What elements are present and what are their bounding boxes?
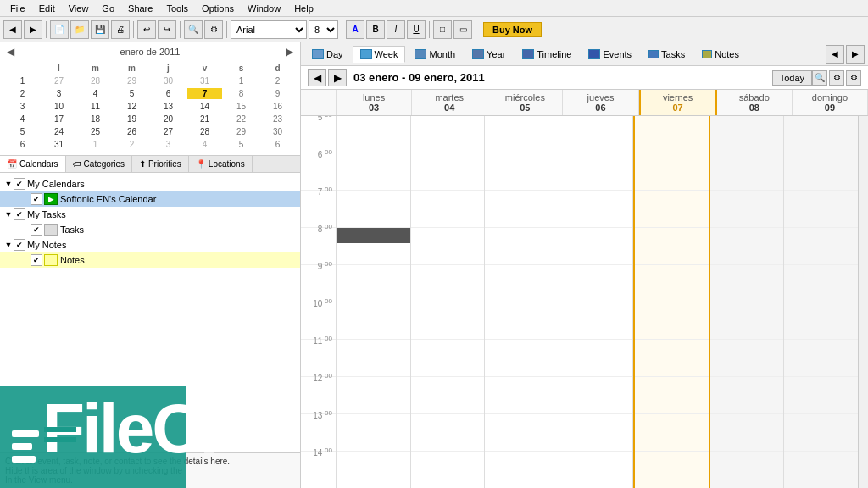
cal-day[interactable]: 4 xyxy=(78,88,113,99)
cell-dom-10[interactable] xyxy=(784,302,858,340)
cal-day[interactable]: 27 xyxy=(151,126,186,137)
tab-priorities[interactable]: ⬆ Priorities xyxy=(132,156,189,172)
buy-now-button[interactable]: Buy Now xyxy=(483,22,542,37)
cell-sab-5[interactable] xyxy=(710,116,784,153)
cell-lunes-9[interactable] xyxy=(337,265,410,302)
cal-day[interactable]: 30 xyxy=(260,126,295,137)
cell-mie-5[interactable] xyxy=(485,116,559,153)
cell-mie-11[interactable] xyxy=(485,340,559,377)
cal-day[interactable]: 9 xyxy=(260,88,295,99)
menu-tools[interactable]: Tools xyxy=(159,2,195,15)
toolbar-btn-2[interactable]: ▶ xyxy=(24,20,42,39)
day-col-lunes[interactable] xyxy=(337,116,411,488)
calendar-scroll-area[interactable]: 5 00 6 00 7 00 8 00 9 00 10 00 11 00 12 … xyxy=(301,116,858,488)
cell-dom-6[interactable] xyxy=(784,153,858,191)
toolbar-btn-undo[interactable]: ↩ xyxy=(137,20,156,39)
menu-file[interactable]: File xyxy=(3,2,32,15)
cal-day[interactable]: 28 xyxy=(78,75,113,86)
view-tab-month[interactable]: Month xyxy=(407,46,463,63)
cal-day[interactable]: 15 xyxy=(224,101,259,112)
day-col-jueves[interactable] xyxy=(559,116,634,488)
menu-window[interactable]: Window xyxy=(241,2,287,15)
nav-next-btn[interactable]: ▶ xyxy=(846,45,865,64)
cell-martes-9[interactable] xyxy=(411,265,485,302)
cell-mie-8[interactable] xyxy=(485,228,559,265)
cell-martes-14[interactable] xyxy=(411,452,485,488)
cal-day[interactable]: 17 xyxy=(42,114,76,125)
cell-sab-12[interactable] xyxy=(710,377,784,414)
cal-day[interactable]: 27 xyxy=(42,75,76,86)
check-my-calendars[interactable]: ✔ xyxy=(14,178,25,190)
check-softonic[interactable]: ✔ xyxy=(31,193,42,205)
cal-day[interactable]: 23 xyxy=(260,114,295,125)
cell-vie-10[interactable] xyxy=(635,302,709,340)
cell-vie-5[interactable] xyxy=(635,116,709,153)
cal-day[interactable]: 7 xyxy=(187,88,222,99)
underline-btn[interactable]: U xyxy=(407,20,426,39)
cal-next-btn[interactable]: ▶ xyxy=(328,69,347,86)
cal-day[interactable]: 8 xyxy=(224,88,259,99)
day-col-viernes[interactable] xyxy=(633,116,710,488)
zoom-out-btn[interactable]: ⚙ xyxy=(829,70,844,86)
cell-lunes-6[interactable] xyxy=(337,153,410,191)
toolbar-btn-search[interactable]: 🔍 xyxy=(184,20,203,39)
cal-day[interactable]: 5 xyxy=(224,139,259,150)
cell-martes-11[interactable] xyxy=(411,340,485,377)
view-tab-week[interactable]: Week xyxy=(353,46,406,63)
cell-sab-6[interactable] xyxy=(710,153,784,191)
cell-lunes-12[interactable] xyxy=(337,377,410,414)
menu-go[interactable]: Go xyxy=(95,2,121,15)
scrollbar[interactable] xyxy=(858,116,868,488)
cal-day[interactable]: 14 xyxy=(187,101,222,112)
toolbar-btn-1[interactable]: ◀ xyxy=(3,20,22,39)
font-color-btn[interactable]: A xyxy=(346,20,364,39)
cell-jue-9[interactable] xyxy=(559,265,633,302)
view-tab-year[interactable]: Year xyxy=(465,46,513,63)
cell-vie-8[interactable] xyxy=(635,228,709,265)
cell-sab-7[interactable] xyxy=(710,191,784,228)
toolbar-btn-misc[interactable]: ⚙ xyxy=(204,20,223,39)
toolbar-btn-new[interactable]: 📄 xyxy=(50,20,69,39)
cell-mie-7[interactable] xyxy=(485,191,559,228)
cal-day[interactable]: 29 xyxy=(114,75,149,86)
cell-lunes-13[interactable] xyxy=(337,414,410,452)
tree-my-calendars[interactable]: ▼ ✔ My Calendars xyxy=(0,176,300,191)
italic-btn[interactable]: I xyxy=(387,20,405,39)
cell-lunes-10[interactable] xyxy=(337,302,410,340)
view-tab-tasks[interactable]: Tasks xyxy=(641,46,693,63)
cal-day[interactable]: 31 xyxy=(187,75,222,86)
cal-day[interactable]: 10 xyxy=(42,101,76,112)
cell-jue-11[interactable] xyxy=(559,340,633,377)
cell-jue-5[interactable] xyxy=(559,116,633,153)
cal-day[interactable]: 26 xyxy=(114,126,149,137)
toolbar-btn-redo[interactable]: ↪ xyxy=(158,20,176,39)
cell-vie-13[interactable] xyxy=(635,414,709,452)
tree-notes[interactable]: ✔ Notes xyxy=(0,252,300,268)
tree-my-tasks[interactable]: ▼ ✔ My Tasks xyxy=(0,207,300,222)
cell-vie-14[interactable] xyxy=(635,452,709,488)
today-button[interactable]: Today xyxy=(772,70,812,86)
cell-dom-9[interactable] xyxy=(784,265,858,302)
cell-mie-9[interactable] xyxy=(485,265,559,302)
cal-day[interactable]: 22 xyxy=(224,114,259,125)
mini-cal-next[interactable]: ▶ xyxy=(282,46,297,58)
cell-mie-14[interactable] xyxy=(485,452,559,488)
cell-dom-5[interactable] xyxy=(784,116,858,153)
menu-view[interactable]: View xyxy=(62,2,96,15)
cell-lunes-8[interactable] xyxy=(337,228,410,265)
tab-calendars[interactable]: 📅 Calendars xyxy=(0,156,66,172)
cal-day[interactable]: 21 xyxy=(187,114,222,125)
cell-sab-8[interactable] xyxy=(710,228,784,265)
cell-sab-13[interactable] xyxy=(710,414,784,452)
cell-jue-12[interactable] xyxy=(559,377,633,414)
event-lunes-8[interactable] xyxy=(337,228,410,243)
view-tab-notes[interactable]: Notes xyxy=(694,46,747,63)
cell-mie-12[interactable] xyxy=(485,377,559,414)
box-btn[interactable]: □ xyxy=(433,20,452,39)
cell-jue-10[interactable] xyxy=(559,302,633,340)
cell-jue-6[interactable] xyxy=(559,153,633,191)
cal-day[interactable]: 11 xyxy=(78,101,113,112)
menu-share[interactable]: Share xyxy=(121,2,159,15)
menu-options[interactable]: Options xyxy=(195,2,241,15)
cal-day[interactable]: 2 xyxy=(260,75,295,86)
